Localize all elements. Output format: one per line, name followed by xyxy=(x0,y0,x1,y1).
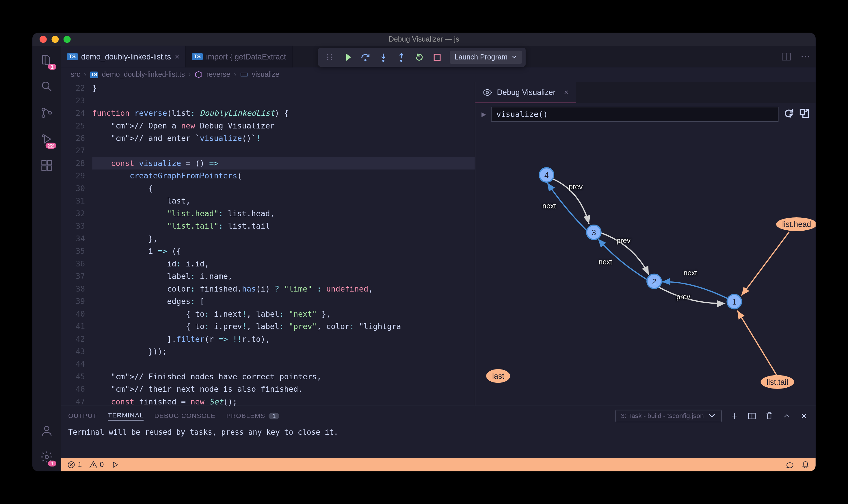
typescript-icon: TS xyxy=(192,53,202,60)
close-window-button[interactable] xyxy=(39,36,47,43)
chevron-down-icon xyxy=(511,54,517,60)
extensions-icon[interactable] xyxy=(39,158,54,173)
feedback-icon[interactable] xyxy=(785,461,794,469)
visualizer-input-row: ▶ xyxy=(475,103,816,126)
drag-handle-icon[interactable] xyxy=(322,49,337,65)
breadcrumb[interactable]: src › TS demo_doubly-linked-list.ts › re… xyxy=(61,67,816,82)
edge-label: prev xyxy=(569,183,583,191)
file-tab-inactive[interactable]: TS import { getDataExtract xyxy=(186,46,293,68)
debug-status-play[interactable] xyxy=(111,461,119,469)
svg-point-15 xyxy=(331,57,332,58)
pointer-node[interactable]: list.tail xyxy=(760,375,794,389)
new-terminal-icon[interactable] xyxy=(730,411,739,420)
refresh-icon[interactable] xyxy=(783,108,794,121)
typescript-icon: TS xyxy=(67,53,77,60)
titlebar: Debug Visualizer — js xyxy=(32,33,816,46)
warnings-status[interactable]: 0 xyxy=(89,461,104,469)
tab-label: demo_doubly-linked-list.ts xyxy=(81,52,171,61)
edge-label: next xyxy=(543,202,556,210)
bell-icon[interactable] xyxy=(801,461,810,469)
chevron-up-icon[interactable] xyxy=(782,411,791,420)
debug-icon[interactable]: 22 xyxy=(39,132,54,146)
pointer-node[interactable]: list.head xyxy=(776,217,816,231)
edge-label: next xyxy=(683,269,697,277)
editor-actions xyxy=(781,46,811,68)
edge-label: prev xyxy=(676,293,690,301)
code-content[interactable]: } function reverse(list: DoublyLinkedLis… xyxy=(92,82,475,406)
svg-rect-7 xyxy=(42,166,46,170)
status-bar: 1 0 xyxy=(61,458,816,471)
svg-rect-5 xyxy=(42,161,46,165)
debug-toolbar: Launch Program xyxy=(318,48,526,67)
step-over-button[interactable] xyxy=(357,49,373,65)
expand-caret-icon[interactable]: ▶ xyxy=(481,111,487,118)
problems-tab[interactable]: PROBLEMS xyxy=(227,412,265,419)
close-tab-icon[interactable]: × xyxy=(564,88,568,97)
restart-button[interactable] xyxy=(411,49,427,65)
svg-point-24 xyxy=(808,56,809,57)
window-title: Debug Visualizer — js xyxy=(389,35,459,43)
expression-input[interactable] xyxy=(491,107,779,122)
launch-config-select[interactable]: Launch Program xyxy=(450,51,522,64)
split-editor-icon[interactable] xyxy=(781,51,792,62)
svg-point-18 xyxy=(383,60,384,61)
breadcrumb-symbol: visualize xyxy=(252,70,279,79)
continue-button[interactable] xyxy=(340,49,355,65)
svg-point-17 xyxy=(365,59,366,60)
vscode-window: Debug Visualizer — js 1 22 xyxy=(32,33,816,471)
settings-badge: 1 xyxy=(48,461,56,467)
svg-rect-20 xyxy=(434,54,440,60)
terminal-select[interactable]: 3: Task - build - tsconfig.json xyxy=(616,409,722,422)
search-icon[interactable] xyxy=(39,79,54,94)
graph-canvas[interactable]: 4321list.headlist.taillastprevnextprevne… xyxy=(475,125,816,406)
visualizer-tab-label: Debug Visualizer xyxy=(497,88,556,97)
output-tab[interactable]: OUTPUT xyxy=(68,412,97,419)
more-icon[interactable] xyxy=(800,51,811,62)
graph-node[interactable]: 4 xyxy=(539,167,554,183)
svg-point-14 xyxy=(331,54,332,55)
svg-point-10 xyxy=(45,455,48,458)
trash-icon[interactable] xyxy=(765,411,774,420)
close-tab-icon[interactable]: × xyxy=(174,52,179,61)
graph-node[interactable]: 1 xyxy=(726,294,742,309)
terminal-tab[interactable]: TERMINAL xyxy=(108,411,143,420)
debug-badge: 22 xyxy=(46,143,56,149)
svg-point-26 xyxy=(486,91,489,93)
method-icon xyxy=(194,70,203,79)
popout-icon[interactable] xyxy=(799,108,810,121)
visualizer-tab[interactable]: Debug Visualizer × xyxy=(475,82,576,103)
account-icon[interactable] xyxy=(39,424,54,438)
step-out-button[interactable] xyxy=(393,49,409,65)
svg-point-16 xyxy=(331,59,332,60)
step-into-button[interactable] xyxy=(375,49,391,65)
file-tab-active[interactable]: TS demo_doubly-linked-list.ts × xyxy=(61,46,186,68)
breadcrumb-folder: src xyxy=(71,70,80,79)
pointer-node[interactable]: last xyxy=(486,369,510,383)
warning-icon xyxy=(89,461,97,469)
minimize-window-button[interactable] xyxy=(51,36,59,43)
explorer-icon[interactable]: 1 xyxy=(39,53,54,68)
svg-point-13 xyxy=(327,59,329,60)
variable-icon xyxy=(240,70,248,79)
debug-console-tab[interactable]: DEBUG CONSOLE xyxy=(154,412,215,419)
editor-content: TS demo_doubly-linked-list.ts × TS impor… xyxy=(61,46,816,471)
error-icon xyxy=(67,461,75,469)
terminal-output[interactable]: Terminal will be reused by tasks, press … xyxy=(61,425,816,458)
maximize-window-button[interactable] xyxy=(64,36,71,43)
settings-gear-icon[interactable]: 1 xyxy=(39,450,54,464)
code-editor[interactable]: 2223242526272829303132333435363738394041… xyxy=(61,82,475,406)
svg-point-9 xyxy=(45,426,49,431)
debug-visualizer-pane: Debug Visualizer × ▶ xyxy=(475,82,816,406)
graph-node[interactable]: 2 xyxy=(647,274,662,289)
svg-point-2 xyxy=(42,114,45,117)
stop-button[interactable] xyxy=(429,49,445,65)
graph-node[interactable]: 3 xyxy=(586,224,602,240)
close-panel-icon[interactable] xyxy=(799,411,809,420)
svg-point-22 xyxy=(801,56,803,57)
svg-point-0 xyxy=(42,82,49,89)
split-terminal-icon[interactable] xyxy=(747,411,757,420)
svg-point-4 xyxy=(42,135,45,137)
errors-status[interactable]: 1 xyxy=(67,461,82,469)
source-control-icon[interactable] xyxy=(39,106,54,120)
chevron-down-icon xyxy=(707,411,716,420)
